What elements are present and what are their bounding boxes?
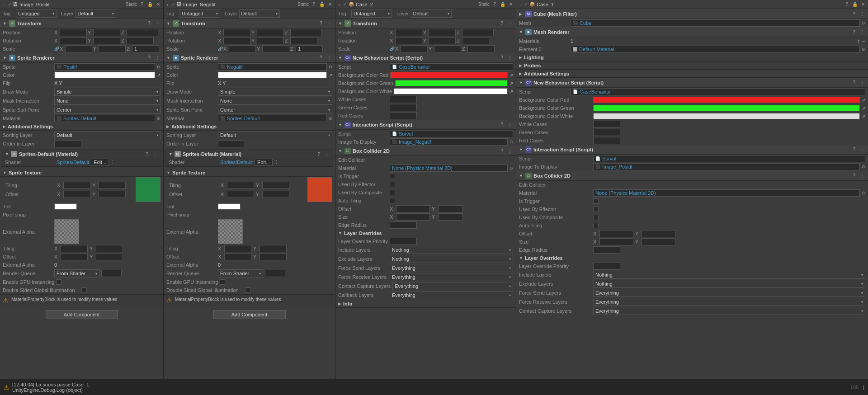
sr2-info[interactable]: ? <box>318 55 324 61</box>
bg-white4-pick[interactable]: ↗ <box>862 114 865 119</box>
shader-value[interactable]: Sprites/Default <box>57 160 89 165</box>
rot2-x[interactable]: 0 <box>223 37 250 44</box>
pos2-y[interactable]: -1.03 <box>257 29 284 36</box>
red-cases4-input[interactable]: 26 <box>593 137 620 144</box>
offset3-x[interactable]: 0.00770425 <box>396 205 430 212</box>
contact4-dropdown[interactable]: Everything▾ <box>593 307 865 315</box>
panel4-info[interactable]: ? <box>844 1 850 8</box>
interaction3-info[interactable]: ? <box>499 122 505 128</box>
auto-tiling3-checkbox[interactable] <box>390 198 395 203</box>
transform-dots-icon[interactable]: ⋮ <box>326 20 332 27</box>
mesh4-field[interactable]: ⬛ Cube <box>571 19 860 27</box>
lighting4-header[interactable]: ▶ Lighting <box>516 53 868 61</box>
scale3-y[interactable]: 1 <box>434 45 461 52</box>
transform3-dots[interactable]: ⋮ <box>507 20 513 27</box>
double2-checkbox[interactable] <box>245 287 250 293</box>
size4-x[interactable]: 1 <box>599 238 633 245</box>
size4-y[interactable]: 1 <box>642 238 675 245</box>
panel3-tag-dropdown[interactable]: Untagged▾ <box>351 9 392 18</box>
interaction4-toggle[interactable]: ▼ <box>519 147 524 152</box>
ext-offset-x[interactable]: 0 <box>61 253 88 260</box>
exclude4-dropdown[interactable]: Nothing▾ <box>593 280 865 288</box>
color2-pick[interactable]: ↗ <box>329 73 332 78</box>
offset2-x[interactable]: 0 <box>227 191 254 198</box>
panel3-dots[interactable]: ⋮ <box>337 2 341 7</box>
gpu-instancing-checkbox[interactable] <box>56 279 61 285</box>
scale-z-input[interactable] <box>132 45 159 52</box>
bg-red4-pick[interactable]: ↗ <box>862 98 865 103</box>
lop4-input[interactable]: 0 <box>593 263 620 270</box>
exclude3-dropdown[interactable]: Nothing▾ <box>390 255 513 263</box>
scale3-z[interactable]: 1 <box>467 45 495 52</box>
offset3-y[interactable]: 0 <box>438 205 463 212</box>
edit-btn[interactable]: Edit... <box>91 159 109 166</box>
ext-tiling2-y[interactable]: 1 <box>259 245 287 252</box>
behaviour4-info[interactable]: ? <box>851 80 857 86</box>
mesh-filter-toggle[interactable]: ▶ <box>519 12 524 16</box>
panel1-tag-dropdown[interactable]: Untagged▾ <box>16 9 57 18</box>
scale2-y[interactable]: 3.358776 <box>262 45 289 52</box>
collider4-info[interactable]: ? <box>851 173 857 179</box>
image3-pick[interactable]: ⊙ <box>509 140 513 144</box>
mat2-field[interactable]: ⬛ Sprites-Default <box>218 115 327 122</box>
tiling2-x[interactable]: 1 <box>227 182 254 189</box>
interaction3-dots[interactable]: ⋮ <box>507 122 513 128</box>
sprite2-pick[interactable]: ⊙ <box>329 65 332 69</box>
mesh-filter-info[interactable]: ? <box>851 11 857 17</box>
image4-pick[interactable]: ⊙ <box>862 165 865 169</box>
panel4-lock[interactable]: 🔒 <box>852 1 858 8</box>
bg-red3-bar[interactable] <box>390 72 508 78</box>
panel3-lock[interactable]: 🔒 <box>500 1 506 8</box>
pos2-z[interactable]: 0.01273732 <box>290 29 322 36</box>
add-component-btn[interactable]: Add Component <box>46 310 118 319</box>
sprite2-field[interactable]: ⬛ Negatif <box>218 63 327 71</box>
position-y-input[interactable]: 0.7 <box>93 29 120 36</box>
mesh-renderer-info[interactable]: ? <box>851 29 857 35</box>
ext-offset2-x[interactable]: 0 <box>224 253 251 260</box>
used-effector4-checkbox[interactable] <box>593 207 599 212</box>
scale2-z[interactable] <box>296 45 323 52</box>
edge3-input[interactable]: 0 <box>390 221 417 229</box>
panel1-lock-icon[interactable]: 🔒 <box>147 1 153 8</box>
panel4-close[interactable]: ✕ <box>860 1 866 8</box>
mat2-info[interactable]: ? <box>316 151 322 157</box>
rotation-z-input[interactable]: 0 <box>127 37 154 44</box>
transform-toggle[interactable]: ▼ <box>3 21 7 26</box>
position-z-input[interactable]: 0.01273732 <box>127 29 158 36</box>
panel4-dots[interactable]: ⋮ <box>518 2 522 7</box>
image4-field[interactable]: ⬛ Image_Positif <box>593 163 860 170</box>
sprite-renderer-toggle[interactable]: ▼ <box>3 56 7 60</box>
panel2-lock-icon[interactable]: 🔒 <box>319 1 325 8</box>
rot2-y[interactable]: 0 <box>257 37 284 44</box>
material-dots[interactable]: ⋮ <box>152 151 158 157</box>
callback3-dropdown[interactable]: Everything▾ <box>390 291 513 299</box>
green-cases3-input[interactable]: 26 <box>390 104 417 111</box>
used-composite4-checkbox[interactable] <box>593 215 599 220</box>
mesh4-pick[interactable]: ⊙ <box>862 21 865 25</box>
auto-tiling4-checkbox[interactable] <box>593 223 599 228</box>
bg-green4-pick[interactable]: ↗ <box>862 106 865 111</box>
contact3-dropdown[interactable]: Everything▾ <box>392 282 513 290</box>
script4-field[interactable]: 📄 CaseBehavior <box>571 88 865 95</box>
panel3-close[interactable]: ✕ <box>508 1 514 8</box>
force-send4-dropdown[interactable]: Everything▾ <box>593 289 865 297</box>
add-material-icon[interactable]: + <box>857 38 860 44</box>
sorting-layer-dropdown[interactable]: Default▾ <box>54 131 160 139</box>
bg-green3-pick[interactable]: ↗ <box>509 81 513 86</box>
behaviour3-dots[interactable]: ⋮ <box>507 55 513 61</box>
transform3-toggle[interactable]: ▼ <box>338 21 343 26</box>
panel2-close-icon[interactable]: ✕ <box>327 1 333 8</box>
script3-field[interactable]: 📄 CaseBehavior <box>390 63 513 71</box>
behaviour3-toggle[interactable]: ▼ <box>338 56 343 60</box>
collider3-toggle[interactable]: ▼ <box>338 149 343 153</box>
order2-input[interactable]: 0 <box>218 140 245 147</box>
color-bar[interactable] <box>54 72 155 78</box>
interaction4-info[interactable]: ? <box>851 146 857 153</box>
script4b-field[interactable]: 📄 Survol <box>593 155 865 162</box>
pos3-z[interactable]: 0.01273732 <box>462 29 494 36</box>
panel2-dots[interactable]: ⋮ <box>165 2 170 7</box>
script3b-field[interactable]: 📄 Survol <box>390 130 513 137</box>
panel1-info-icon[interactable]: ? <box>139 1 145 8</box>
material-field[interactable]: ⬛ Sprites-Default <box>54 115 155 122</box>
render2-dropdown[interactable]: From Shader▾ <box>218 269 263 277</box>
